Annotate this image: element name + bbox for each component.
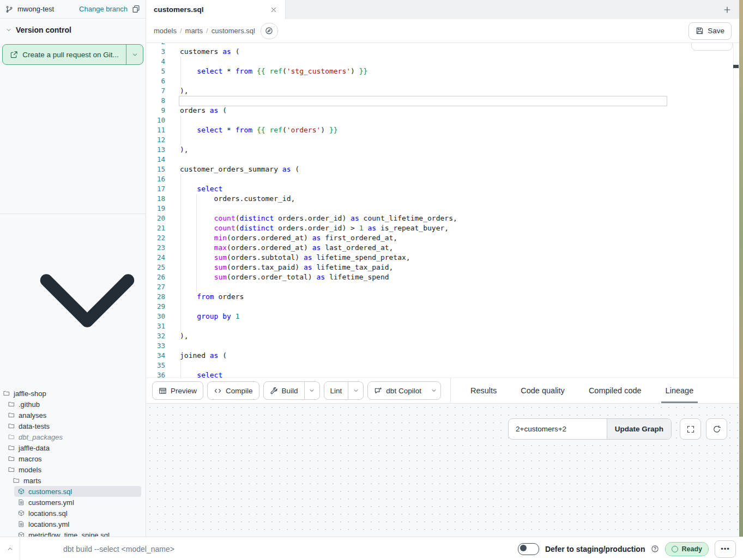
tree-item-label: jaffle-data <box>19 444 50 452</box>
file-item-locations.yml[interactable]: locations.yml <box>0 519 146 529</box>
editor-scrollbar-thumb[interactable] <box>733 65 739 68</box>
code-line-28: 28 from orders <box>146 292 739 302</box>
refresh-button[interactable] <box>706 418 727 440</box>
line-number: 13 <box>146 145 165 155</box>
fullscreen-icon <box>686 425 695 434</box>
defer-label: Defer to staging/production <box>545 545 645 553</box>
code-line-14: 14 <box>146 155 739 165</box>
help-icon[interactable] <box>651 545 659 553</box>
save-icon <box>696 27 704 35</box>
folder-item-data-tests[interactable]: data-tests <box>0 421 146 431</box>
folder-item-jaffle-data[interactable]: jaffle-data <box>0 442 146 453</box>
file-item-metricflow_time_spine.sql[interactable]: metricflow_time_spine.sql <box>0 529 146 537</box>
copy-icon[interactable] <box>132 5 140 13</box>
code-line-9: 9orders as ( <box>146 106 739 115</box>
folder-icon <box>8 401 15 407</box>
line-number: 16 <box>146 174 165 184</box>
dbt-copilot-dropdown[interactable] <box>427 382 440 399</box>
chevron-down-icon <box>309 387 315 394</box>
line-number: 5 <box>146 66 165 76</box>
wrench-icon <box>270 387 278 395</box>
code-line-2: 2 <box>146 43 739 47</box>
line-number: 6 <box>146 76 165 86</box>
code-line-32: 32), <box>146 331 739 341</box>
panel-tabs: Results Code quality Compiled code Linea… <box>450 378 739 403</box>
folder-icon <box>3 390 10 397</box>
code-line-3: 3customers as ( <box>146 47 739 57</box>
folder-icon <box>8 445 15 451</box>
file-explorer-header[interactable]: File explorer <box>0 214 146 385</box>
file-item-customers.yml[interactable]: customers.yml <box>0 497 146 508</box>
status-badge: Ready <box>665 542 709 556</box>
folder-item-macros[interactable]: macros <box>0 453 146 464</box>
defer-toggle[interactable] <box>518 543 539 555</box>
fullscreen-button[interactable] <box>680 418 701 440</box>
line-number: 20 <box>146 214 165 223</box>
folder-item-marts[interactable]: marts <box>0 475 146 486</box>
line-number: 10 <box>146 115 165 125</box>
dbt-copilot-button[interactable]: dbt Copilot <box>367 381 441 400</box>
line-number: 22 <box>146 233 165 243</box>
lint-button[interactable]: Lint <box>324 381 364 400</box>
breadcrumb-bar: models / marts / customers.sql Save <box>146 19 739 43</box>
close-icon[interactable] <box>270 6 277 14</box>
ready-dot-icon <box>672 546 678 552</box>
save-button[interactable]: Save <box>688 22 732 40</box>
update-graph-button[interactable]: Update Graph <box>607 419 671 439</box>
create-pr-main[interactable]: Create a pull request on Git... <box>3 45 126 64</box>
chevron-down-icon <box>353 387 359 394</box>
tab-lineage[interactable]: Lineage <box>666 378 694 403</box>
tree-item-label: analyses <box>19 411 46 419</box>
folder-item-jaffle-shop[interactable]: jaffle-shop <box>0 388 146 399</box>
breadcrumb-file[interactable]: customers.sql <box>212 27 255 35</box>
more-options-button[interactable]: ••• <box>715 540 736 558</box>
tab-compiled-code[interactable]: Compiled code <box>589 378 642 403</box>
file-item-locations.sql[interactable]: locations.sql <box>0 508 146 519</box>
file-item-customers.sql[interactable]: customers.sql <box>0 486 146 497</box>
toggle-knob <box>520 545 527 551</box>
new-tab-button[interactable] <box>715 0 739 19</box>
command-input[interactable] <box>62 544 518 554</box>
compile-label: Compile <box>226 387 253 395</box>
folder-icon <box>8 423 15 429</box>
breadcrumb-models[interactable]: models <box>154 27 177 35</box>
code-line-6: 6 <box>146 76 739 86</box>
breadcrumb-marts[interactable]: marts <box>185 27 203 35</box>
code-editor[interactable]: 23customers as (45 select * from {{ ref(… <box>146 43 739 378</box>
status-bar: Defer to staging/production Ready ••• <box>0 537 743 560</box>
code-line-18: 18 orders.customer_id, <box>146 194 739 204</box>
change-branch-link[interactable]: Change branch <box>79 5 128 13</box>
code-line-22: 22 min(orders.ordered_at) as first_order… <box>146 233 739 243</box>
compile-button[interactable]: Compile <box>207 381 259 400</box>
code-line-33: 33 <box>146 341 739 351</box>
folder-item-models[interactable]: models <box>0 464 146 475</box>
build-dropdown[interactable] <box>304 382 319 399</box>
version-control-header[interactable]: Version control <box>0 19 146 36</box>
lint-dropdown[interactable] <box>348 382 363 399</box>
minimap[interactable] <box>672 43 722 152</box>
tree-item-label: .github <box>19 400 40 409</box>
build-button[interactable]: Build <box>263 381 320 400</box>
create-pr-button[interactable]: Create a pull request on Git... <box>2 44 143 65</box>
folder-icon <box>8 412 15 418</box>
lineage-search-input[interactable] <box>509 419 607 439</box>
preview-button[interactable]: Preview <box>152 381 203 400</box>
tab-code-quality[interactable]: Code quality <box>521 378 565 403</box>
tab-customers-sql[interactable]: customers.sql <box>146 0 286 19</box>
create-pr-dropdown[interactable] <box>126 45 143 64</box>
explore-docs-button[interactable] <box>261 23 278 39</box>
folder-icon <box>8 466 15 473</box>
line-number: 9 <box>146 106 165 115</box>
line-number: 3 <box>146 47 165 57</box>
folder-item-analyses[interactable]: analyses <box>0 410 146 421</box>
code-line-16: 16 <box>146 174 739 184</box>
tab-results[interactable]: Results <box>470 378 497 403</box>
compass-icon <box>265 27 273 35</box>
lineage-panel[interactable]: Update Graph <box>146 403 739 537</box>
editor-scrollbar[interactable] <box>733 43 739 378</box>
folder-item-dbt_packages[interactable]: dbt_packages <box>0 431 146 442</box>
tree-item-label: locations.yml <box>28 520 69 528</box>
collapse-panel-button[interactable] <box>0 537 20 560</box>
folder-item-.github[interactable]: .github <box>0 399 146 410</box>
dbt-copilot-label: dbt Copilot <box>386 387 421 395</box>
